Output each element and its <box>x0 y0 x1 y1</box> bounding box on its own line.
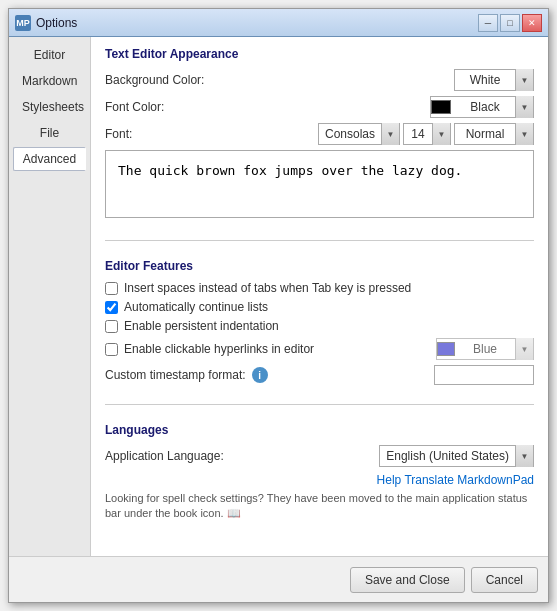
editor-features-section: Editor Features Insert spaces instead of… <box>105 259 534 390</box>
app-lang-value: English (United States) <box>380 449 515 463</box>
sidebar-item-markdown[interactable]: Markdown <box>13 69 86 93</box>
hyperlink-color-control: Blue ▼ <box>436 338 534 360</box>
font-controls: Consolas ▼ 14 ▼ Normal ▼ <box>225 123 534 145</box>
checkbox-row-1: Insert spaces instead of tabs when Tab k… <box>105 281 534 295</box>
cancel-button[interactable]: Cancel <box>471 567 538 593</box>
hyperlink-color-arrow: ▼ <box>515 338 533 360</box>
app-lang-arrow: ▼ <box>515 445 533 467</box>
checkbox-insert-spaces-label: Insert spaces instead of tabs when Tab k… <box>124 281 411 295</box>
font-size-value: 14 <box>404 127 432 141</box>
info-icon[interactable]: i <box>252 367 268 383</box>
hyperlink-check-area: Enable clickable hyperlinks in editor <box>105 342 430 356</box>
font-color-label: Font Color: <box>105 100 225 114</box>
lang-row: Application Language: English (United St… <box>105 445 534 467</box>
checkbox-continue-lists[interactable] <box>105 301 118 314</box>
checkbox-persistent-indent[interactable] <box>105 320 118 333</box>
hyperlink-color-swatch <box>437 342 455 356</box>
sidebar: Editor Markdown Stylesheets File Advance… <box>9 37 91 556</box>
app-lang-dropdown[interactable]: English (United States) ▼ <box>379 445 534 467</box>
sidebar-item-file[interactable]: File <box>13 121 86 145</box>
help-translate-link[interactable]: Help Translate MarkdownPad <box>105 473 534 487</box>
checkbox-continue-lists-label: Automatically continue lists <box>124 300 268 314</box>
main-content: Text Editor Appearance Background Color:… <box>91 37 548 556</box>
font-style-dropdown[interactable]: Normal ▼ <box>454 123 534 145</box>
app-lang-label: Application Language: <box>105 449 379 463</box>
divider-2 <box>105 404 534 405</box>
background-color-controls: White ▼ <box>225 69 534 91</box>
save-close-button[interactable]: Save and Close <box>350 567 465 593</box>
font-color-arrow: ▼ <box>515 96 533 118</box>
font-family-value: Consolas <box>319 127 381 141</box>
checkbox-row-2: Automatically continue lists <box>105 300 534 314</box>
font-color-controls: Black ▼ <box>225 96 534 118</box>
help-text: Looking for spell check settings? They h… <box>105 491 534 522</box>
checkbox-clickable-hyperlinks[interactable] <box>105 343 118 356</box>
background-color-row: Background Color: White ▼ <box>105 69 534 91</box>
options-window: MP Options ─ □ ✕ Editor Markdown Stylesh… <box>8 8 549 603</box>
timestamp-label: Custom timestamp format: <box>105 368 246 382</box>
sidebar-item-advanced[interactable]: Advanced <box>13 147 86 171</box>
background-color-value: White <box>455 73 515 87</box>
checkbox-persistent-indent-label: Enable persistent indentation <box>124 319 279 333</box>
maximize-button[interactable]: □ <box>500 14 520 32</box>
title-bar-buttons: ─ □ ✕ <box>478 14 542 32</box>
footer: Save and Close Cancel <box>9 556 548 602</box>
font-size-arrow: ▼ <box>432 123 450 145</box>
timestamp-input[interactable] <box>434 365 534 385</box>
text-editor-title: Text Editor Appearance <box>105 47 534 63</box>
checkbox-clickable-hyperlinks-label: Enable clickable hyperlinks in editor <box>124 342 314 356</box>
font-color-swatch <box>431 100 451 114</box>
languages-title: Languages <box>105 423 534 439</box>
font-size-dropdown[interactable]: 14 ▼ <box>403 123 451 145</box>
timestamp-row: Custom timestamp format: i <box>105 365 534 385</box>
hyperlink-row: Enable clickable hyperlinks in editor Bl… <box>105 338 534 360</box>
font-color-row: Font Color: Black ▼ <box>105 96 534 118</box>
font-style-arrow: ▼ <box>515 123 533 145</box>
font-family-arrow: ▼ <box>381 123 399 145</box>
background-color-dropdown[interactable]: White ▼ <box>454 69 534 91</box>
font-color-dropdown[interactable]: Black ▼ <box>430 96 534 118</box>
text-editor-section: Text Editor Appearance Background Color:… <box>105 47 534 226</box>
languages-section: Languages Application Language: English … <box>105 423 534 522</box>
background-color-arrow: ▼ <box>515 69 533 91</box>
sidebar-item-editor[interactable]: Editor <box>13 43 86 67</box>
checkbox-insert-spaces[interactable] <box>105 282 118 295</box>
font-preview: The quick brown fox jumps over the lazy … <box>105 150 534 218</box>
font-color-value: Black <box>455 100 515 114</box>
sidebar-item-stylesheets[interactable]: Stylesheets <box>13 95 86 119</box>
divider-1 <box>105 240 534 241</box>
close-button[interactable]: ✕ <box>522 14 542 32</box>
editor-features-title: Editor Features <box>105 259 534 275</box>
background-color-label: Background Color: <box>105 73 225 87</box>
title-bar: MP Options ─ □ ✕ <box>9 9 548 37</box>
checkbox-row-3: Enable persistent indentation <box>105 319 534 333</box>
hyperlink-color-dropdown[interactable]: Blue ▼ <box>436 338 534 360</box>
font-label: Font: <box>105 127 225 141</box>
window-body: Editor Markdown Stylesheets File Advance… <box>9 37 548 556</box>
window-title: Options <box>36 16 473 30</box>
font-row: Font: Consolas ▼ 14 ▼ Normal ▼ <box>105 123 534 145</box>
app-icon: MP <box>15 15 31 31</box>
font-style-value: Normal <box>455 127 515 141</box>
minimize-button[interactable]: ─ <box>478 14 498 32</box>
font-family-dropdown[interactable]: Consolas ▼ <box>318 123 400 145</box>
hyperlink-color-value: Blue <box>455 342 515 356</box>
